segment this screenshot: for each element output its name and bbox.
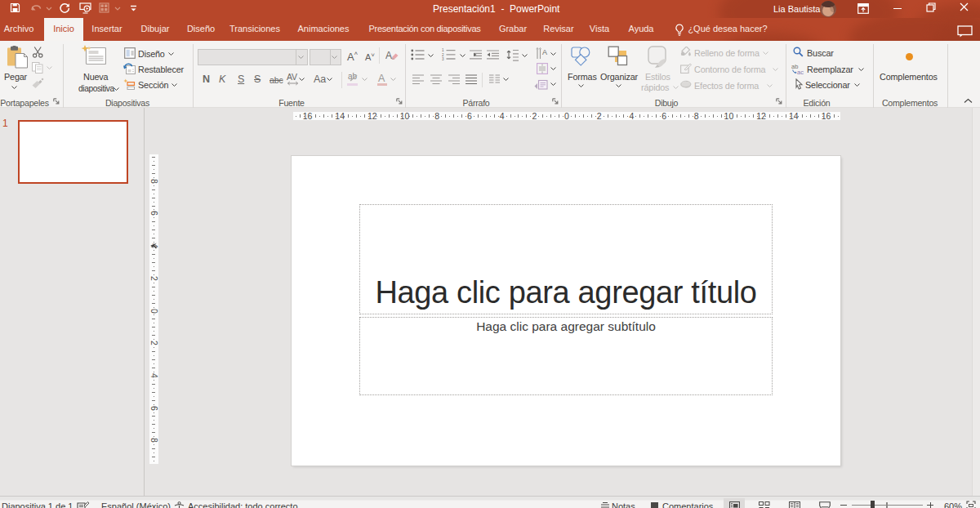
svg-text:A: A xyxy=(385,50,392,61)
svg-text:3: 3 xyxy=(442,57,444,60)
svg-text:ac: ac xyxy=(797,69,804,75)
svg-text:A: A xyxy=(542,48,547,56)
